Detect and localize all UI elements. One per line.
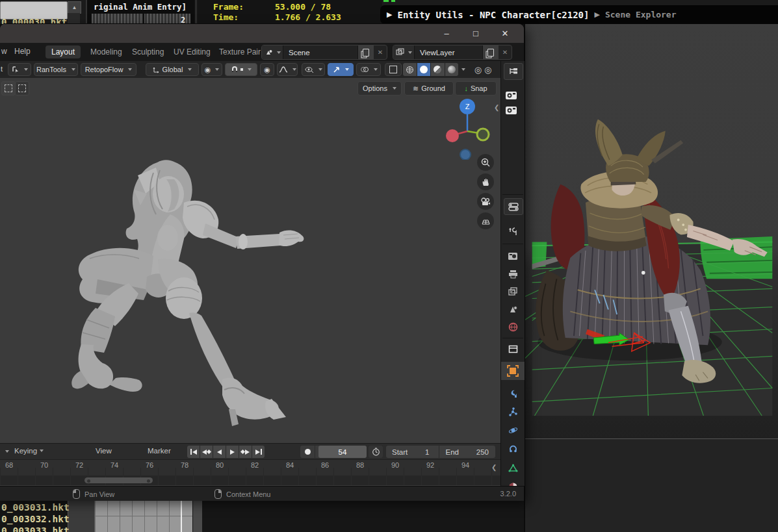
jump-to-end-button[interactable] bbox=[252, 446, 265, 458]
scrollbar-thumb[interactable] bbox=[84, 477, 153, 483]
axes-icon bbox=[153, 66, 160, 73]
visibility-dropdown[interactable] bbox=[302, 63, 325, 76]
end-value[interactable]: 250 bbox=[476, 448, 489, 456]
tab-view-layer[interactable] bbox=[506, 285, 520, 299]
timeline-menu-keying[interactable]: Keying bbox=[14, 447, 44, 455]
timeline-ruler[interactable]: 68 70 72 74 76 78 80 82 84 86 88 90 92 9… bbox=[0, 459, 500, 476]
preview-range-button[interactable] bbox=[369, 446, 383, 458]
file-list-item[interactable]: 0_003033.hkt bbox=[1, 525, 70, 532]
breadcrumb-scene-explorer[interactable]: Scene Explorer bbox=[605, 10, 677, 19]
bg-app-viewport[interactable] bbox=[525, 24, 778, 438]
tab-constraints[interactable] bbox=[506, 441, 520, 455]
perspective-toggle-button[interactable] bbox=[477, 212, 494, 229]
editor-type-chevron[interactable] bbox=[5, 450, 9, 453]
shading-solid-button[interactable] bbox=[417, 63, 431, 76]
title-bar[interactable]: – □ ✕ bbox=[0, 24, 524, 43]
3d-viewport[interactable]: Options ≋ Ground ↓ Snap Z bbox=[0, 78, 500, 443]
workspace-tab-modeling[interactable]: Modeling bbox=[84, 45, 128, 58]
current-frame-field[interactable]: 54 bbox=[318, 446, 367, 458]
retopoflow-dropdown[interactable]: RetopoFlow bbox=[81, 63, 136, 76]
active-tool-dropdown[interactable] bbox=[8, 63, 31, 76]
npc-character-malenia[interactable] bbox=[525, 24, 778, 438]
view-layer-name[interactable]: ViewLayer bbox=[415, 45, 482, 59]
zoom-button[interactable] bbox=[477, 154, 494, 171]
scene-unlink-button[interactable]: ✕ bbox=[374, 45, 387, 59]
pivot-point-dropdown[interactable]: ◉ bbox=[201, 63, 222, 76]
tab-tool[interactable] bbox=[506, 224, 520, 238]
tab-collection[interactable] bbox=[506, 342, 520, 356]
outliner-editor-button[interactable] bbox=[504, 63, 523, 80]
scene-new-copy-button[interactable] bbox=[357, 45, 374, 59]
view-layer-browse-button[interactable] bbox=[393, 45, 415, 59]
menu-help[interactable]: Help bbox=[14, 47, 31, 56]
clipped-file-item[interactable]: 0_000030.hkt bbox=[1, 17, 79, 24]
tab-scene[interactable] bbox=[506, 302, 520, 316]
outliner-camera-item[interactable] bbox=[505, 105, 518, 118]
scene-cone-icon bbox=[508, 305, 518, 314]
snap-button[interactable]: ↓ Snap bbox=[455, 81, 497, 95]
breadcrumb-entity-utils[interactable]: Entity Utils - NPC Character[c2120] bbox=[397, 10, 589, 20]
start-value[interactable]: 1 bbox=[425, 448, 429, 456]
end-label[interactable]: End bbox=[446, 448, 459, 456]
prev-keyframe-button[interactable] bbox=[200, 446, 213, 458]
jump-to-start-button[interactable] bbox=[187, 446, 200, 458]
tab-particles[interactable] bbox=[506, 405, 520, 419]
start-label[interactable]: Start bbox=[392, 448, 408, 456]
snap-dropdown[interactable] bbox=[225, 63, 257, 76]
rantools-dropdown[interactable]: RanTools bbox=[34, 63, 78, 76]
clay-character-model[interactable] bbox=[0, 78, 500, 443]
workspace-tab-uv-editing[interactable]: UV Editing bbox=[168, 45, 216, 58]
minimize-button[interactable]: – bbox=[437, 25, 456, 41]
transform-orientation-dropdown[interactable]: Global bbox=[146, 63, 199, 76]
gizmos-dropdown[interactable] bbox=[328, 63, 354, 76]
proportional-editing-button[interactable]: ◉ bbox=[260, 63, 274, 76]
anim-mini-timeline[interactable] bbox=[92, 14, 190, 24]
tab-output[interactable] bbox=[506, 267, 520, 281]
next-keyframe-button[interactable] bbox=[239, 446, 252, 458]
ground-button[interactable]: ≋ Ground bbox=[404, 81, 454, 95]
tab-physics[interactable] bbox=[506, 423, 520, 437]
options-dropdown[interactable]: Options bbox=[357, 81, 402, 95]
overlays-dropdown[interactable] bbox=[356, 63, 381, 76]
shading-wireframe-button[interactable] bbox=[403, 63, 417, 76]
move-view-button[interactable] bbox=[477, 173, 494, 190]
file-list-item[interactable]: 0_003032.hkt bbox=[1, 513, 70, 525]
auto-keying-button[interactable] bbox=[300, 446, 315, 458]
tab-world[interactable] bbox=[506, 320, 520, 334]
properties-editor-button[interactable] bbox=[504, 198, 523, 215]
shading-rendered-button[interactable] bbox=[445, 63, 459, 76]
tab-object-data[interactable] bbox=[506, 461, 520, 475]
xray-toggle-button[interactable] bbox=[385, 63, 402, 76]
view-layer-new-copy-button[interactable] bbox=[482, 45, 499, 59]
workspace-tab-layout[interactable]: Layout bbox=[45, 45, 81, 58]
scroll-up-button[interactable]: ▲ bbox=[68, 1, 81, 14]
region-collapse-arrow[interactable]: ❮ bbox=[494, 104, 499, 111]
extra-shading-toggles[interactable]: ◎◎ bbox=[469, 63, 497, 76]
file-list-item[interactable]: 0_003031.hkt bbox=[1, 501, 70, 513]
scene-name[interactable]: Scene bbox=[283, 45, 357, 59]
outliner-camera-item[interactable] bbox=[505, 90, 518, 103]
tab-object-active[interactable] bbox=[501, 362, 525, 380]
timeline-scrollbar[interactable] bbox=[0, 475, 500, 485]
workspace-tab-sculpting[interactable]: Sculpting bbox=[126, 45, 170, 58]
menu-window-clipped[interactable]: w bbox=[1, 47, 7, 56]
select-mode-tweak-button[interactable] bbox=[1, 81, 16, 95]
tab-modifiers[interactable] bbox=[506, 386, 520, 401]
timeline-menu-view[interactable]: View bbox=[96, 447, 112, 455]
maximize-button[interactable]: □ bbox=[466, 25, 486, 41]
proportional-falloff-dropdown[interactable] bbox=[277, 63, 298, 76]
tab-render[interactable] bbox=[506, 249, 520, 263]
scene-browse-button[interactable] bbox=[262, 45, 283, 59]
play-reverse-button[interactable] bbox=[213, 446, 226, 458]
navigation-gizmo[interactable]: Z bbox=[444, 97, 495, 160]
select-mode-box-button[interactable] bbox=[15, 81, 29, 95]
close-button[interactable]: ✕ bbox=[495, 25, 515, 41]
timeline-menu-marker[interactable]: Marker bbox=[148, 447, 171, 455]
dope-sheet-grid[interactable] bbox=[95, 500, 192, 532]
camera-view-button[interactable] bbox=[477, 193, 494, 210]
shading-material-button[interactable] bbox=[431, 63, 445, 76]
region-collapse-arrow[interactable]: ❮ bbox=[491, 464, 497, 471]
view-layer-remove-button[interactable]: ✕ bbox=[499, 45, 512, 59]
workspace-tab-texture-paint[interactable]: Texture Pair bbox=[213, 45, 266, 58]
play-button[interactable] bbox=[226, 446, 239, 458]
